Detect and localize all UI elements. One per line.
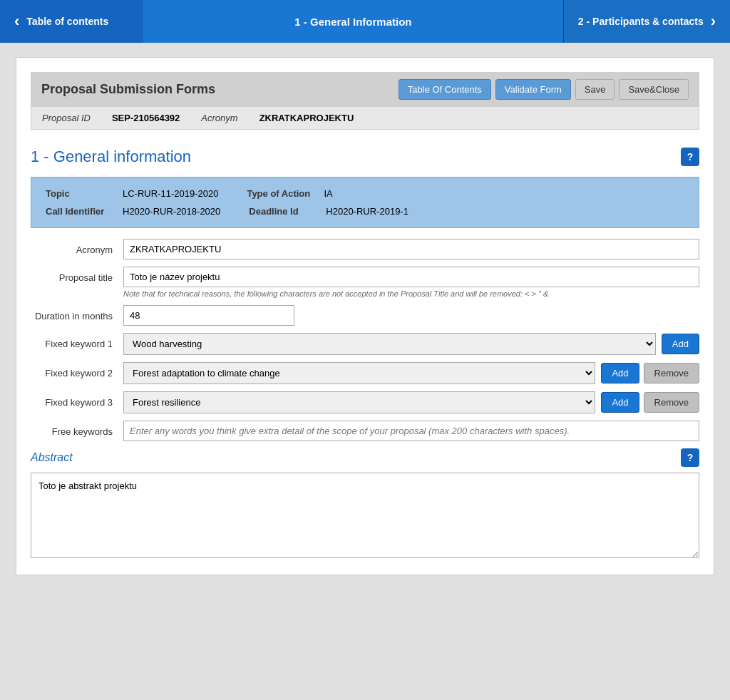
keyword1-buttons: Add [662, 334, 699, 354]
topic-label: Topic [46, 188, 117, 199]
free-keywords-row: Free keywords [31, 421, 699, 441]
keyword3-select[interactable]: Forest resilience [123, 391, 595, 413]
keyword1-add-button[interactable]: Add [662, 334, 699, 354]
keyword3-add-button[interactable]: Add [601, 392, 639, 413]
call-value: H2020-RUR-2018-2020 [123, 206, 220, 217]
keyword1-select[interactable]: Wood harvesting [123, 333, 656, 355]
duration-label: Duration in months [31, 305, 123, 321]
free-keywords-input[interactable] [123, 421, 699, 441]
abstract-help-button[interactable]: ? [681, 448, 699, 467]
type-label: Type of Action [247, 188, 318, 199]
toc-button[interactable]: Table Of Contents [399, 79, 491, 100]
proposal-title-label: Proposal title [31, 267, 123, 283]
topic-cell: Topic LC-RUR-11-2019-2020 [46, 188, 218, 199]
acronym-value: ZKRATKAPROJEKTU [259, 113, 354, 123]
nav-next-section[interactable]: 2 - Participants & contacts › [564, 0, 730, 43]
nav-right-label: 2 - Participants & contacts [578, 16, 704, 27]
section-help-button[interactable]: ? [681, 148, 699, 166]
abstract-label: Abstract [31, 451, 73, 464]
topic-value: LC-RUR-11-2019-2020 [123, 188, 218, 199]
call-label: Call Identifier [46, 206, 117, 217]
proposal-title-row: Proposal title Note that for technical r… [31, 267, 699, 298]
section-title-container: 1 - General information ? [31, 148, 699, 166]
acronym-input[interactable] [123, 239, 699, 259]
proposal-id-bar: Proposal ID SEP-210564392 Acronym ZKRATK… [31, 107, 699, 130]
nav-center-label: 1 - General Information [294, 16, 411, 28]
info-row-1: Topic LC-RUR-11-2019-2020 Type of Action… [46, 185, 684, 202]
nav-current-section: 1 - General Information [143, 0, 564, 43]
keyword2-remove-button[interactable]: Remove [644, 363, 699, 384]
keyword2-buttons: Add Remove [601, 363, 699, 384]
keyword1-row: Fixed keyword 1 Wood harvesting Add [31, 333, 699, 355]
deadline-cell: Deadline Id H2020-RUR-2019-1 [249, 206, 408, 217]
proposal-title-input[interactable] [123, 267, 699, 287]
validate-button[interactable]: Validate Form [495, 79, 571, 100]
type-cell: Type of Action IA [247, 188, 332, 199]
call-cell: Call Identifier H2020-RUR-2018-2020 [46, 206, 220, 217]
duration-input[interactable] [123, 305, 294, 326]
duration-control [123, 305, 699, 326]
proposal-id-label: Proposal ID [42, 113, 91, 123]
free-keywords-label: Free keywords [31, 421, 123, 437]
abstract-textarea[interactable]: Toto je abstrakt projektu [31, 473, 699, 558]
deadline-label: Deadline Id [249, 206, 320, 217]
keyword2-select[interactable]: Forest adaptation to climate change [123, 362, 595, 384]
form-header: Proposal Submission Forms Table Of Conte… [31, 72, 699, 107]
chevron-left-icon: ‹ [14, 12, 19, 31]
proposal-title-control: Note that for technical reasons, the fol… [123, 267, 699, 298]
nav-toc-label: Table of contents [26, 16, 108, 27]
proposal-id-value: SEP-210564392 [112, 113, 180, 123]
keyword3-label: Fixed keyword 3 [31, 397, 123, 408]
type-value: IA [324, 188, 332, 199]
saveclose-button[interactable]: Save&Close [619, 79, 689, 100]
main-content: Proposal Submission Forms Table Of Conte… [16, 57, 714, 575]
chevron-right-icon: › [711, 12, 716, 31]
keyword3-remove-button[interactable]: Remove [644, 392, 699, 413]
keyword2-row: Fixed keyword 2 Forest adaptation to cli… [31, 362, 699, 384]
abstract-header: Abstract ? [31, 448, 699, 467]
acronym-label: Acronym [201, 113, 237, 123]
top-navigation: ‹ Table of contents 1 - General Informat… [0, 0, 730, 43]
duration-row: Duration in months [31, 305, 699, 326]
acronym-control [123, 239, 699, 259]
free-keywords-control [123, 421, 699, 441]
proposal-title-note: Note that for technical reasons, the fol… [123, 289, 699, 298]
info-row-2: Call Identifier H2020-RUR-2018-2020 Dead… [46, 202, 684, 220]
acronym-row: Acronym [31, 239, 699, 259]
nav-table-of-contents[interactable]: ‹ Table of contents [0, 0, 143, 43]
section-title: 1 - General information [31, 148, 191, 166]
keyword3-buttons: Add Remove [601, 392, 699, 413]
save-button[interactable]: Save [575, 79, 615, 100]
keyword3-row: Fixed keyword 3 Forest resilience Add Re… [31, 391, 699, 413]
keyword2-add-button[interactable]: Add [601, 363, 639, 384]
form-title: Proposal Submission Forms [41, 82, 215, 97]
keyword2-label: Fixed keyword 2 [31, 368, 123, 379]
info-table: Topic LC-RUR-11-2019-2020 Type of Action… [31, 177, 699, 228]
deadline-value: H2020-RUR-2019-1 [326, 206, 408, 217]
header-buttons: Table Of Contents Validate Form Save Sav… [399, 79, 689, 100]
keyword1-label: Fixed keyword 1 [31, 339, 123, 349]
acronym-field-label: Acronym [31, 239, 123, 255]
